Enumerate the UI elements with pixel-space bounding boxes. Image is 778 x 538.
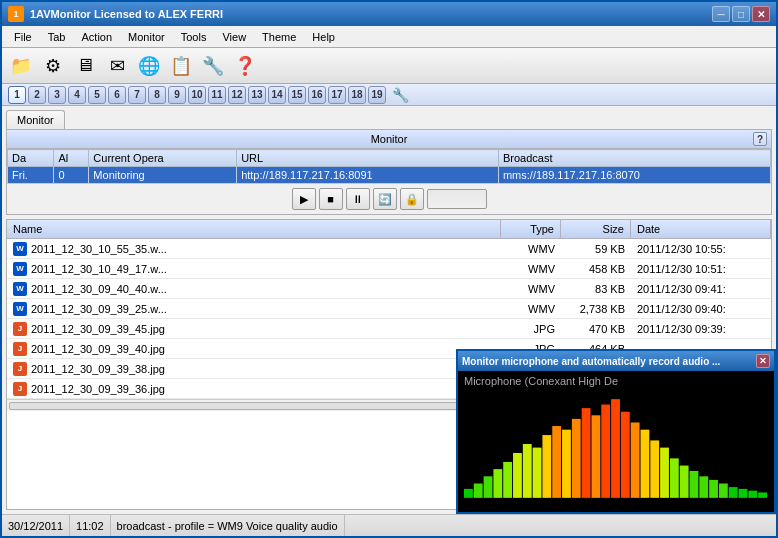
file-row[interactable]: W2011_12_30_10_55_35.w...WMV59 KB2011/12…	[7, 239, 771, 259]
viz-bar	[670, 458, 679, 497]
menu-monitor[interactable]: Monitor	[120, 29, 173, 45]
play-button[interactable]: ▶	[292, 188, 316, 210]
monitor-tab[interactable]: Monitor	[6, 110, 65, 129]
tab-11[interactable]: 11	[208, 86, 226, 104]
tab-2[interactable]: 2	[28, 86, 46, 104]
viz-bar	[719, 483, 728, 497]
menu-view[interactable]: View	[214, 29, 254, 45]
tab-15[interactable]: 15	[288, 86, 306, 104]
col-header-date: Date	[631, 220, 771, 238]
viz-bar	[601, 405, 610, 498]
tab-8[interactable]: 8	[148, 86, 166, 104]
menu-theme[interactable]: Theme	[254, 29, 304, 45]
microphone-window: Monitor microphone and automatically rec…	[456, 349, 776, 514]
viz-bar	[660, 448, 669, 498]
tab-19[interactable]: 19	[368, 86, 386, 104]
jpg-file-icon: J	[13, 342, 27, 356]
viz-bar	[690, 471, 699, 498]
toolbar-globe-button[interactable]: 🌐	[134, 51, 164, 81]
app-icon: 1	[8, 6, 24, 22]
viz-bar	[503, 462, 512, 498]
tab-1[interactable]: 1	[8, 86, 26, 104]
viz-bar	[474, 483, 483, 497]
wmv-file-icon: W	[13, 302, 27, 316]
close-button[interactable]: ✕	[752, 6, 770, 22]
file-name-cell: J2011_12_30_09_39_45.jpg	[7, 321, 501, 337]
tab-5[interactable]: 5	[88, 86, 106, 104]
monitor-panel-title: Monitor ?	[7, 130, 771, 149]
viz-bar	[562, 430, 571, 498]
tab-4[interactable]: 4	[68, 86, 86, 104]
tab-6[interactable]: 6	[108, 86, 126, 104]
maximize-button[interactable]: □	[732, 6, 750, 22]
mic-close-button[interactable]: ✕	[756, 354, 770, 368]
pause-button[interactable]: ⏸	[346, 188, 370, 210]
tab-12[interactable]: 12	[228, 86, 246, 104]
refresh-button[interactable]: 🔄	[373, 188, 397, 210]
file-size-cell: 2,738 KB	[561, 302, 631, 316]
file-name-text: 2011_12_30_09_39_25.w...	[31, 303, 167, 315]
viz-svg	[464, 391, 768, 506]
monitor-controls: ▶ ■ ⏸ 🔄 🔒	[7, 184, 771, 214]
file-row[interactable]: W2011_12_30_09_40_40.w...WMV83 KB2011/12…	[7, 279, 771, 299]
file-name-cell: J2011_12_30_09_39_40.jpg	[7, 341, 501, 357]
viz-bar	[523, 444, 532, 498]
file-row[interactable]: J2011_12_30_09_39_45.jpgJPG470 KB2011/12…	[7, 319, 771, 339]
tab-14[interactable]: 14	[268, 86, 286, 104]
main-window: 1 1AVMonitor Licensed to ALEX FERRI ─ □ …	[0, 0, 778, 538]
progress-input[interactable]	[427, 189, 487, 209]
tab-18[interactable]: 18	[348, 86, 366, 104]
tab-16[interactable]: 16	[308, 86, 326, 104]
lock-button[interactable]: 🔒	[400, 188, 424, 210]
toolbar-settings-button[interactable]: ⚙	[38, 51, 68, 81]
file-size-cell: 470 KB	[561, 322, 631, 336]
title-bar: 1 1AVMonitor Licensed to ALEX FERRI ─ □ …	[2, 2, 776, 26]
toolbar-help-button[interactable]: ❓	[230, 51, 260, 81]
monitor-help-button[interactable]: ?	[753, 132, 767, 146]
file-name-text: 2011_12_30_09_39_40.jpg	[31, 343, 165, 355]
viz-bar	[729, 487, 738, 498]
viz-bar	[591, 415, 600, 498]
tab-7[interactable]: 7	[128, 86, 146, 104]
menu-help[interactable]: Help	[304, 29, 343, 45]
monitor-row[interactable]: Fri. 0 Monitoring http://189.117.217.16:…	[8, 167, 771, 184]
tab-9[interactable]: 9	[168, 86, 186, 104]
menu-file[interactable]: File	[6, 29, 40, 45]
minimize-button[interactable]: ─	[712, 6, 730, 22]
file-size-cell: 83 KB	[561, 282, 631, 296]
tab-17[interactable]: 17	[328, 86, 346, 104]
col-broadcast: Broadcast	[498, 150, 770, 167]
file-name-cell: W2011_12_30_09_40_40.w...	[7, 281, 501, 297]
tab-configure-icon[interactable]: 🔧	[392, 87, 409, 103]
file-date-cell: 2011/12/30 09:39:	[631, 322, 771, 336]
viz-bar	[542, 435, 551, 498]
tab-10[interactable]: 10	[188, 86, 206, 104]
wmv-file-icon: W	[13, 242, 27, 256]
menu-tab[interactable]: Tab	[40, 29, 74, 45]
mic-label: Microphone (Conexant High De	[464, 375, 768, 387]
toolbar-book-button[interactable]: 📋	[166, 51, 196, 81]
viz-bar	[739, 489, 748, 498]
file-row[interactable]: W2011_12_30_09_39_25.w...WMV2,738 KB2011…	[7, 299, 771, 319]
file-name-text: 2011_12_30_09_40_40.w...	[31, 283, 167, 295]
toolbar-open-button[interactable]: 📁	[6, 51, 36, 81]
viz-bar	[748, 491, 757, 498]
toolbar-gear-button[interactable]: 🔧	[198, 51, 228, 81]
file-name-cell: J2011_12_30_09_39_38.jpg	[7, 361, 501, 377]
file-row[interactable]: W2011_12_30_10_49_17.w...WMV458 KB2011/1…	[7, 259, 771, 279]
menu-bar: File Tab Action Monitor Tools View Theme…	[2, 26, 776, 48]
file-size-cell: 458 KB	[561, 262, 631, 276]
tab-3[interactable]: 3	[48, 86, 66, 104]
file-name-cell: W2011_12_30_09_39_25.w...	[7, 301, 501, 317]
menu-action[interactable]: Action	[73, 29, 120, 45]
viz-bar	[611, 399, 620, 498]
col-operation: Current Opera	[89, 150, 237, 167]
tab-13[interactable]: 13	[248, 86, 266, 104]
toolbar-monitor-button[interactable]: 🖥	[70, 51, 100, 81]
stop-button[interactable]: ■	[319, 188, 343, 210]
menu-tools[interactable]: Tools	[173, 29, 215, 45]
status-message: broadcast - profile = WM9 Voice quality …	[111, 515, 345, 536]
toolbar-email-button[interactable]: ✉	[102, 51, 132, 81]
cell-operation: Monitoring	[89, 167, 237, 184]
col-al: Al	[54, 150, 89, 167]
